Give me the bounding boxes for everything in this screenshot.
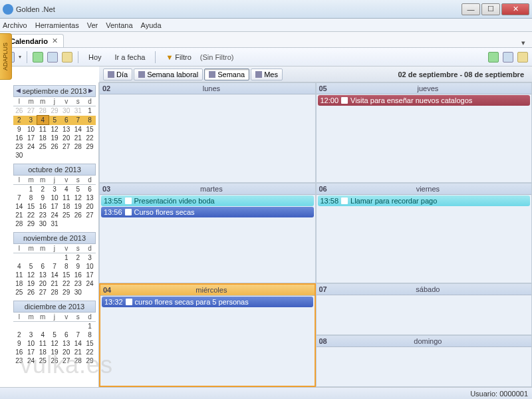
minical-header[interactable]: octubre de 2013 [13, 164, 96, 176]
minical-day[interactable]: 20 [84, 202, 96, 211]
copy-icon[interactable] [47, 52, 58, 63]
day-mon[interactable]: 02lunes [99, 82, 316, 183]
minical-day[interactable]: 24 [25, 356, 37, 365]
minical-day[interactable]: 29 [49, 106, 61, 116]
minical-day[interactable]: 1 [84, 322, 96, 331]
minical-day[interactable]: 22 [84, 348, 96, 356]
menu-archivo[interactable]: Archivo [3, 21, 27, 29]
minical-day[interactable]: 6 [37, 262, 49, 271]
event-visita[interactable]: 12:00Visita para enseñar nuevos catalogo… [318, 95, 531, 106]
minical-day[interactable]: 12 [72, 194, 84, 202]
event-curso-flores[interactable]: 13:56Curso flores secas [101, 207, 314, 217]
minical-day[interactable]: 24 [25, 142, 37, 151]
minical-day[interactable]: 27 [61, 142, 72, 151]
minical-header[interactable]: noviembre de 2013 [13, 232, 96, 244]
minical-day[interactable]: 18 [37, 348, 49, 356]
minical-day[interactable]: 13 [84, 194, 96, 202]
minical-day[interactable]: 9 [13, 339, 25, 348]
minical-day[interactable]: 19 [72, 202, 84, 211]
minical-day[interactable]: 7 [72, 331, 84, 339]
minical-day[interactable]: 29 [84, 142, 96, 151]
minical-day[interactable]: 8 [84, 116, 96, 125]
minical-day[interactable]: 26 [49, 142, 61, 151]
minical-day[interactable]: 6 [61, 116, 72, 125]
minical-day[interactable]: 10 [84, 262, 96, 271]
day-wed[interactable]: 04miércoles 13:32curso flores secas para… [99, 283, 316, 387]
view-month-button[interactable]: Mes [251, 68, 283, 80]
minical-day[interactable]: 11 [61, 194, 72, 202]
minical-day[interactable]: 2 [72, 253, 84, 263]
minical-day[interactable]: 14 [49, 271, 61, 279]
day-sun[interactable]: 08domingo [316, 335, 533, 387]
minical-day[interactable]: 14 [13, 202, 25, 211]
minical-day[interactable]: 21 [13, 211, 25, 219]
minical-day[interactable]: 23 [13, 356, 25, 365]
view-day-button[interactable]: Día [103, 68, 132, 80]
minical-day[interactable]: 2 [37, 185, 49, 194]
minical-day[interactable]: 5 [72, 185, 84, 194]
filter-button[interactable]: ▼ Filtro [161, 51, 196, 63]
minical-day[interactable]: 25 [37, 356, 49, 365]
minical-day[interactable]: 11 [13, 271, 25, 279]
event-curso-5personas[interactable]: 13:32curso flores secas para 5 personas [102, 297, 313, 307]
minical-day[interactable]: 11 [37, 125, 49, 134]
refresh-icon[interactable] [488, 52, 499, 63]
minical-day[interactable]: 15 [84, 125, 96, 134]
minical-day[interactable]: 14 [72, 339, 84, 348]
view-week-button[interactable]: Semana [204, 68, 249, 80]
minical-day[interactable]: 20 [61, 348, 72, 356]
minical-day[interactable]: 23 [13, 142, 25, 151]
minical-day[interactable]: 31 [72, 106, 84, 116]
day-thu[interactable]: 05jueves 12:00Visita para enseñar nuevos… [316, 82, 533, 183]
minical-day[interactable]: 10 [25, 339, 37, 348]
minical-day[interactable]: 18 [61, 202, 72, 211]
minical-day[interactable]: 5 [49, 331, 61, 339]
minical-day[interactable]: 26 [72, 211, 84, 219]
minical-day[interactable]: 7 [72, 116, 84, 125]
minical-day[interactable]: 29 [61, 288, 72, 297]
settings-icon[interactable] [517, 52, 528, 63]
minical-day[interactable]: 27 [25, 106, 37, 116]
minical-day[interactable]: 5 [25, 262, 37, 271]
minical-day[interactable]: 25 [37, 142, 49, 151]
minical-day[interactable]: 13 [61, 339, 72, 348]
tab-calendario[interactable]: Calendario ✕ [4, 34, 64, 47]
minical-day[interactable]: 14 [72, 125, 84, 134]
minical-day[interactable]: 23 [37, 211, 49, 219]
minical-day[interactable]: 16 [37, 202, 49, 211]
minical-day[interactable]: 7 [49, 262, 61, 271]
minical-day[interactable]: 27 [37, 288, 49, 297]
minical-day[interactable]: 22 [25, 211, 37, 219]
goto-date-button[interactable]: Ir a fecha [110, 51, 150, 63]
minical-day[interactable]: 17 [84, 271, 96, 279]
minical-day[interactable]: 15 [61, 271, 72, 279]
minical-header[interactable]: ◀septiembre de 2013▶ [13, 85, 96, 97]
event-llamar[interactable]: 13:58Llamar para recordar pago [318, 196, 531, 206]
minical-day[interactable]: 17 [25, 348, 37, 356]
paste-icon[interactable] [62, 52, 72, 63]
minical-day[interactable]: 21 [72, 348, 84, 356]
minical-day[interactable]: 3 [84, 253, 96, 263]
minical-day[interactable]: 26 [13, 106, 25, 116]
export-icon[interactable] [503, 52, 513, 63]
minical-day[interactable]: 16 [13, 134, 25, 142]
minical-day[interactable]: 9 [72, 262, 84, 271]
minical-day[interactable]: 30 [61, 106, 72, 116]
minical-day[interactable]: 9 [37, 194, 49, 202]
day-sat[interactable]: 07sábado [316, 283, 533, 335]
minical-day[interactable]: 29 [84, 356, 96, 365]
minical-day[interactable]: 4 [13, 262, 25, 271]
minical-day[interactable]: 15 [25, 202, 37, 211]
minical-day[interactable]: 17 [25, 134, 37, 142]
tab-close-icon[interactable]: ✕ [52, 37, 58, 45]
minical-day[interactable]: 10 [49, 194, 61, 202]
minical-day[interactable]: 24 [49, 211, 61, 219]
minical-day[interactable]: 16 [72, 271, 84, 279]
minical-day[interactable]: 18 [13, 279, 25, 288]
prev-month-icon[interactable]: ◀ [16, 87, 21, 94]
minical-day[interactable]: 6 [61, 331, 72, 339]
minical-day[interactable]: 28 [37, 106, 49, 116]
minical-day[interactable]: 1 [25, 185, 37, 194]
minical-day[interactable]: 26 [49, 356, 61, 365]
minical-day[interactable]: 4 [61, 185, 72, 194]
